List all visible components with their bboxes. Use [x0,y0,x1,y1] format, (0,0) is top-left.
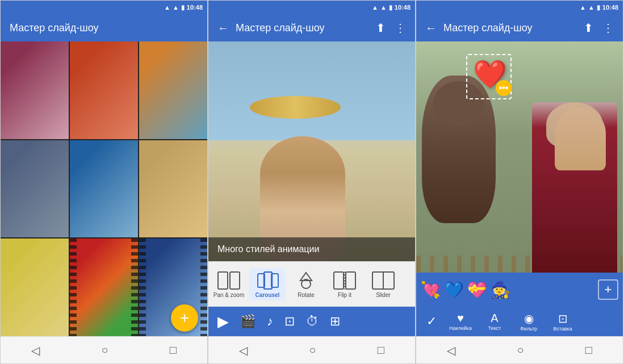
app-bar-3: ← Мастер слайд-шоу ⬆ ⋮ [416,14,623,41]
menu-button-3[interactable]: ⋮ [602,21,614,35]
transition-flip[interactable]: Flip it [326,268,363,300]
signal-icon-2: ▲ [372,4,378,11]
status-bar-2: ▲ ▲ ▮ 10:48 [208,1,415,14]
check-button[interactable]: ✓ [421,312,442,331]
pan-zoom-label: Pan & zoom [213,292,244,298]
main-image-3: ❤️ ••• [416,41,623,273]
transition-rotate[interactable]: Rotate [288,268,324,300]
wifi-icon-1: ▲ [173,4,179,11]
svg-rect-3 [264,272,272,289]
transition-slider[interactable]: Slider [365,268,401,300]
export-button[interactable]: ⊞ [325,312,345,331]
filter-action-label: Фильтр [520,326,537,332]
time-3: 10:48 [602,4,618,11]
sticker-blue-heart[interactable]: 💙 [444,281,464,299]
flip-icon [332,270,357,291]
app-title-2: Мастер слайд-шоу [236,22,367,34]
sticker-gift-heart[interactable]: 💝 [467,281,487,299]
timer-button[interactable]: ⏱ [301,312,323,331]
grid-cell-6[interactable] [139,140,207,238]
rotate-icon [294,270,319,291]
signal-icon-3: ▲ [580,4,586,11]
share-button-3[interactable]: ⬆ [584,21,593,35]
sticker-context-menu[interactable]: ••• [496,80,512,96]
battery-icon-2: ▮ [389,4,392,11]
grid-cell-1[interactable] [1,41,69,139]
back-nav-btn-3[interactable]: ◁ [447,344,455,357]
text-action-icon: A [491,312,498,325]
action-insert[interactable]: ⊡ Вставка [547,312,579,332]
bottom-nav-2: ◁ ○ □ [208,336,415,363]
menu-button-2[interactable]: ⋮ [395,21,406,35]
home-nav-btn-3[interactable]: ○ [517,344,524,357]
action-filter[interactable]: ◉ Фильтр [513,312,545,332]
battery-icon-1: ▮ [181,4,185,11]
recent-nav-btn-3[interactable]: □ [585,344,592,357]
movie-button[interactable]: 🎬 [236,312,260,331]
share-button-2[interactable]: ⬆ [376,21,386,35]
app-title-3: Мастер слайд-шоу [443,22,575,34]
status-bar-3: ▲ ▲ ▮ 10:48 [416,1,623,14]
main-image-2: Много стилей анимации [208,41,415,261]
transition-bar: Pan & zoom Carousel Rotate Flip it [208,261,415,307]
caption-overlay: Много стилей анимации [208,237,415,261]
home-nav-btn-1[interactable]: ○ [101,344,108,357]
action-sticker[interactable]: ♥ Наклейка [445,312,476,331]
insert-action-label: Вставка [553,326,572,332]
carousel-label: Carousel [256,292,280,298]
music-button[interactable]: ♪ [262,312,278,331]
svg-rect-8 [346,272,355,289]
insert-action-icon: ⊡ [558,312,568,325]
back-nav-btn-2[interactable]: ◁ [239,344,248,357]
grid-cell-4[interactable] [1,140,69,238]
sticker-add-button[interactable]: + [598,279,618,300]
app-title-1: Мастер слайд-шоу [10,22,198,34]
grid-cell-3[interactable] [139,41,207,139]
play-button[interactable]: ▶ [213,311,233,333]
transition-pan-zoom[interactable]: Pan & zoom [211,268,247,300]
tool-bar-2: ▶ 🎬 ♪ ⊡ ⏱ ⊞ [208,307,415,336]
app-bar-2: ← Мастер слайд-шоу ⬆ ⋮ [208,14,415,41]
slider-icon [371,270,396,291]
recent-nav-btn-1[interactable]: □ [170,344,177,357]
app-bar-1: Мастер слайд-шоу [1,14,207,41]
status-bar-1: ▲ ▲ ▮ 10:48 [1,1,207,14]
action-text[interactable]: A Текст [479,312,510,331]
back-button-3[interactable]: ← [425,22,437,35]
grid-cell-7[interactable] [1,239,69,336]
sticker-arrow-heart[interactable]: 💘 [421,281,441,299]
battery-icon-3: ▮ [597,4,600,11]
time-1: 10:48 [187,4,203,11]
sticker-tray: 💘 💙 💝 🧙 + [416,273,623,307]
slider-label: Slider [376,292,391,298]
wifi-icon-2: ▲ [380,4,387,11]
sticker-action-icon: ♥ [457,312,464,325]
caption-text: Много стилей анимации [217,244,319,254]
fab-add-button[interactable]: + [171,304,198,332]
grid-cell-8[interactable] [70,239,138,336]
grid-cell-2[interactable] [70,41,138,139]
photo-grid[interactable] [1,41,207,336]
phone3: ▲ ▲ ▮ 10:48 ← Мастер слайд-шоу ⬆ ⋮ [416,0,623,364]
recent-nav-btn-2[interactable]: □ [378,344,384,357]
zoo-bg: ❤️ ••• [416,41,623,273]
back-nav-btn-1[interactable]: ◁ [31,344,40,357]
bottom-nav-3: ◁ ○ □ [416,336,623,363]
bottom-nav-1: ◁ ○ □ [1,336,207,363]
transition-carousel[interactable]: Carousel [249,268,286,300]
grid-cell-5[interactable] [70,140,138,238]
action-bar-3: ✓ ♥ Наклейка A Текст ◉ Фильтр ⊡ Вставка [416,307,623,336]
back-button-2[interactable]: ← [217,22,229,35]
svg-rect-7 [334,272,344,289]
sticker-wizard[interactable]: 🧙 [491,281,510,299]
slideshow-button[interactable]: ⊡ [280,312,299,331]
phone2: ▲ ▲ ▮ 10:48 ← Мастер слайд-шоу ⬆ ⋮ Много… [208,0,416,364]
time-2: 10:48 [395,4,411,11]
svg-rect-0 [218,272,228,289]
flip-label: Flip it [338,292,351,298]
svg-rect-1 [230,272,240,289]
text-action-label: Текст [488,325,501,331]
home-nav-btn-2[interactable]: ○ [309,344,316,357]
phone1: ▲ ▲ ▮ 10:48 Мастер слайд-шоу + ◁ ○ □ [0,0,208,364]
pan-zoom-icon [216,270,241,291]
